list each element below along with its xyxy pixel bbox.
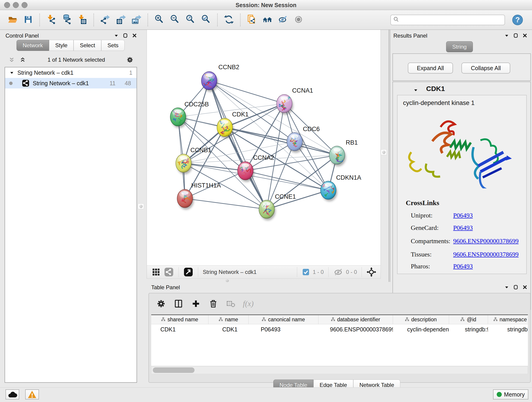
warning-button[interactable] — [25, 389, 39, 400]
columns-button[interactable] — [173, 298, 184, 309]
memory-button[interactable]: Memory — [493, 389, 528, 400]
column-header-description[interactable]: description — [393, 315, 449, 324]
selected-checkbox-icon[interactable] — [302, 267, 310, 277]
network-node-CCNA2[interactable]: CCNA2 — [238, 154, 274, 182]
tab-select[interactable]: Select — [74, 40, 101, 51]
zoom-in-button[interactable] — [152, 13, 166, 27]
zoom-fit-button[interactable] — [184, 13, 197, 27]
network-edge[interactable] — [209, 81, 284, 104]
import-network-button[interactable] — [44, 13, 58, 27]
export-table-button[interactable] — [114, 13, 127, 27]
delete-table-button[interactable] — [225, 298, 236, 309]
zoom-out-button[interactable] — [168, 13, 181, 27]
tab-string[interactable]: String — [446, 41, 473, 52]
open-session-button[interactable] — [6, 13, 19, 27]
results-panel-float-button[interactable] — [512, 32, 520, 39]
network-node-CCNE1[interactable]: CCNE1 — [259, 193, 296, 220]
control-panel-close-button[interactable] — [131, 32, 138, 39]
birdseye-button[interactable] — [292, 13, 305, 27]
cloud-button[interactable] — [6, 389, 19, 400]
collection-expand-icon[interactable] — [9, 69, 14, 76]
crosslink-value[interactable]: P06493 — [453, 212, 473, 219]
column-header-database-identifier[interactable]: database identifier — [318, 315, 393, 324]
column-header-shared-name[interactable]: shared name — [151, 315, 209, 324]
network-edge[interactable] — [245, 171, 328, 190]
table-cell[interactable]: stringdb:9... — [449, 326, 488, 333]
delete-button[interactable] — [208, 298, 219, 309]
column-header-id[interactable]: @id — [449, 315, 488, 324]
tab-network[interactable]: Network — [17, 40, 49, 51]
expand-all-button[interactable]: Expand All — [408, 63, 453, 74]
network-view-canvas[interactable]: CCNB2 CCNA1 CDC25B CDK1 CDC6 RB1 CCNB1 — [147, 30, 381, 265]
table-row[interactable]: CDK1CDK1P064939606.ENSP00000378699cyclin… — [151, 324, 528, 334]
hidden-eye-icon[interactable] — [333, 267, 343, 277]
control-panel-menu-button[interactable] — [112, 32, 120, 39]
collapse-all-networks-icon[interactable] — [8, 56, 16, 63]
expand-all-networks-icon[interactable] — [19, 56, 27, 63]
save-session-button[interactable] — [22, 13, 35, 27]
crosslink-value[interactable]: 9606.ENSP00000378699 — [453, 237, 519, 245]
column-header-name[interactable]: name — [209, 315, 249, 324]
scrollbar-thumb[interactable] — [153, 367, 195, 373]
import-database-button[interactable] — [60, 13, 73, 27]
help-button[interactable]: ? — [512, 15, 523, 25]
refresh-button[interactable] — [222, 13, 235, 27]
network-edge[interactable] — [209, 81, 267, 209]
results-panel-menu-button[interactable] — [503, 32, 510, 39]
right-splitter-handle[interactable] — [381, 149, 387, 155]
network-options-gear-icon[interactable] — [126, 56, 134, 63]
network-edge[interactable] — [209, 81, 337, 155]
export-network-button[interactable] — [99, 13, 112, 27]
gene-collapse-icon[interactable] — [412, 87, 419, 94]
network-node-RB1[interactable]: RB1 — [329, 139, 358, 166]
add-row-button[interactable] — [191, 298, 201, 309]
grid-view-icon[interactable] — [151, 267, 161, 277]
string-share-icon[interactable] — [164, 267, 174, 277]
column-header-canonical-name[interactable]: canonical name — [249, 315, 318, 324]
zoom-selected-button[interactable] — [199, 13, 213, 27]
network-edge[interactable] — [184, 163, 245, 171]
network-node-CDKN1A[interactable]: CDKN1A — [321, 174, 361, 201]
network-node-CDC6[interactable]: CDC6 — [287, 126, 320, 153]
control-panel-float-button[interactable] — [121, 32, 129, 39]
crosslink-value[interactable]: P06493 — [453, 224, 473, 231]
launch-icon[interactable] — [183, 267, 193, 277]
table-panel-menu-button[interactable] — [503, 284, 510, 291]
results-panel-splitter[interactable] — [389, 30, 390, 282]
table-panel-float-button[interactable] — [512, 284, 520, 291]
network-edge[interactable] — [185, 198, 267, 209]
clone-network-button[interactable] — [245, 13, 259, 27]
network-row-selected[interactable]: String Network – cdk1 11 48 — [5, 78, 137, 89]
table-cell[interactable]: 9606.ENSP00000378699 — [318, 326, 393, 333]
export-image-button[interactable] — [130, 13, 143, 27]
crosslink-value[interactable]: P06493 — [453, 263, 473, 270]
table-panel-splitter-handle[interactable] — [226, 279, 229, 282]
network-collection-row[interactable]: String Network – cdk1 1 — [5, 67, 137, 78]
table-cell[interactable]: stringdb — [488, 326, 528, 333]
home-button[interactable] — [261, 13, 274, 27]
gear-button[interactable] — [156, 298, 166, 309]
tab-style[interactable]: Style — [49, 40, 74, 51]
function-builder-button[interactable]: f(x) — [243, 299, 254, 308]
table-cell[interactable]: CDK1 — [151, 326, 209, 333]
table-horizontal-scrollbar[interactable] — [151, 366, 528, 374]
search-input[interactable] — [401, 16, 502, 24]
network-node-CDC25B[interactable]: CDC25B — [170, 101, 209, 128]
table-cell[interactable]: CDK1 — [209, 326, 249, 333]
network-node-CCNA1[interactable]: CCNA1 — [277, 87, 313, 115]
crosslink-value[interactable]: 9606.ENSP00000378699 — [453, 251, 519, 258]
table-cell[interactable]: cyclin-dependent ... — [393, 326, 449, 333]
tab-sets[interactable]: Sets — [101, 40, 125, 51]
collapse-all-button[interactable]: Collapse All — [462, 63, 510, 74]
network-node-CCNB2[interactable]: CCNB2 — [201, 64, 239, 92]
table-cell[interactable]: P06493 — [249, 326, 318, 333]
table-panel-close-button[interactable] — [521, 284, 529, 291]
import-table-button[interactable] — [76, 13, 89, 27]
crosslink-label: Pharos: — [411, 263, 453, 270]
show-hide-panels-button[interactable] — [276, 13, 290, 27]
left-splitter-handle[interactable] — [138, 204, 144, 209]
results-panel-close-button[interactable] — [521, 32, 529, 39]
column-header-namespace[interactable]: namespace — [488, 315, 528, 324]
crosshair-icon[interactable] — [366, 267, 376, 277]
crosslink-label: Tissues: — [411, 251, 453, 258]
